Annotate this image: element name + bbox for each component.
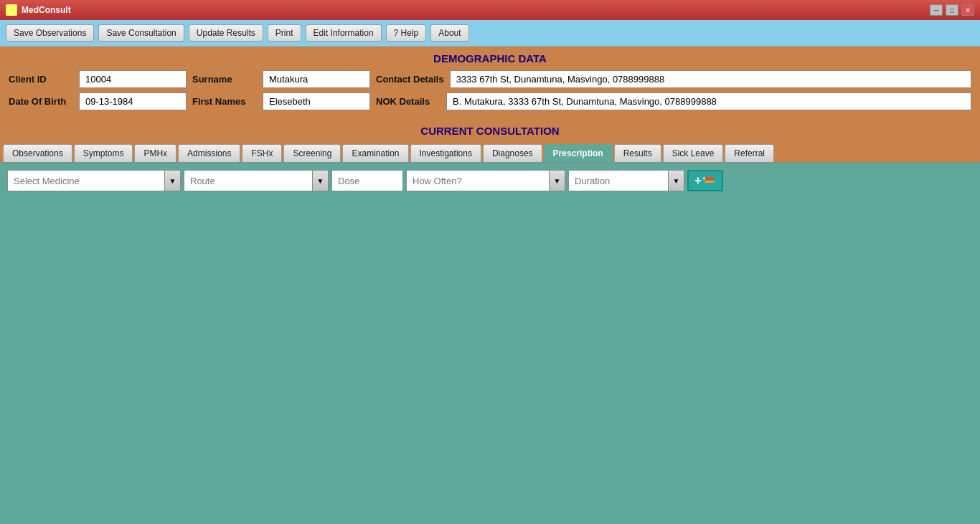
demo-row-1: Client ID 10004 Surname Mutakura Contact…	[9, 70, 971, 88]
route-select-wrapper: ▼	[184, 170, 329, 191]
client-id-label: Client ID	[9, 74, 73, 85]
medicine-dropdown-btn[interactable]: ▼	[165, 170, 181, 191]
medicine-select-wrapper: ▼	[7, 170, 181, 191]
dose-input[interactable]	[331, 170, 403, 191]
maximize-button[interactable]: □	[946, 4, 958, 16]
contact-details-value: 3333 67th St, Dunamtuna, Masvingo, 07889…	[450, 70, 971, 88]
howoften-input[interactable]	[406, 170, 550, 191]
prescription-input-row: ▼ ▼ ▼ ▼ +	[7, 170, 973, 191]
save-consultation-button[interactable]: Save Consultation	[98, 24, 184, 42]
title-bar: MedConsult ─ □ ✕	[0, 0, 980, 20]
window-controls: ─ □ ✕	[930, 4, 974, 16]
consultation-header: CURRENT CONSULTATION	[0, 120, 980, 141]
tab-diagnoses[interactable]: Diagnoses	[483, 144, 542, 162]
svg-rect-0	[705, 177, 715, 180]
tab-admissions[interactable]: Admissions	[178, 144, 240, 162]
tab-symptoms[interactable]: Symptoms	[74, 144, 133, 162]
route-dropdown-btn[interactable]: ▼	[313, 170, 329, 191]
contact-details-label: Contact Details	[376, 74, 444, 85]
pencil-icon	[703, 176, 716, 186]
app-icon	[6, 4, 17, 16]
title-bar-left: MedConsult	[6, 4, 71, 16]
route-input[interactable]	[184, 170, 313, 191]
minimize-button[interactable]: ─	[930, 4, 943, 16]
save-observations-button[interactable]: Save Observations	[6, 24, 94, 42]
duration-select-wrapper: ▼	[568, 170, 684, 191]
tabs-container: Observations Symptoms PMHx Admissions FS…	[0, 141, 980, 163]
tab-referral[interactable]: Referral	[725, 144, 774, 162]
nok-details-value: B. Mutakura, 3333 67th St, Dunamtuna, Ma…	[446, 92, 971, 110]
tab-fshx[interactable]: FSHx	[242, 144, 282, 162]
dose-select-wrapper	[331, 170, 403, 191]
help-button[interactable]: ? Help	[386, 24, 427, 42]
demographic-section: DEMOGRAPHIC DATA Client ID 10004 Surname…	[0, 47, 980, 120]
demo-row-2: Date Of Birth 09-13-1984 First Names Ele…	[9, 92, 971, 110]
print-button[interactable]: Print	[268, 24, 301, 42]
prescription-panel: ▼ ▼ ▼ ▼ +	[0, 163, 980, 477]
svg-rect-1	[705, 181, 713, 183]
close-button[interactable]: ✕	[961, 4, 974, 16]
surname-label: Surname	[192, 74, 257, 85]
about-button[interactable]: About	[430, 24, 468, 42]
svg-marker-2	[713, 181, 715, 183]
howoften-select-wrapper: ▼	[406, 170, 565, 191]
nok-details-label: NOK Details	[376, 96, 440, 107]
client-id-value: 10004	[79, 70, 187, 88]
dob-label: Date Of Birth	[9, 96, 73, 107]
duration-dropdown-btn[interactable]: ▼	[669, 170, 684, 191]
tab-sick-leave[interactable]: Sick Leave	[663, 144, 724, 162]
tab-examination[interactable]: Examination	[342, 144, 408, 162]
surname-value: Mutakura	[263, 70, 370, 88]
toolbar: Save Observations Save Consultation Upda…	[0, 20, 980, 47]
first-names-label: First Names	[192, 96, 257, 107]
tab-pmhx[interactable]: PMHx	[134, 144, 176, 162]
tab-investigations[interactable]: Investigations	[410, 144, 481, 162]
demographic-title: DEMOGRAPHIC DATA	[9, 52, 971, 65]
dob-value: 09-13-1984	[79, 92, 187, 110]
prescription-content-area	[7, 197, 973, 470]
tab-prescription[interactable]: Prescription	[544, 144, 613, 162]
duration-input[interactable]	[568, 170, 669, 191]
edit-information-button[interactable]: Edit Information	[306, 24, 382, 42]
tab-results[interactable]: Results	[614, 144, 661, 162]
update-results-button[interactable]: Update Results	[189, 24, 263, 42]
howoften-dropdown-btn[interactable]: ▼	[550, 170, 565, 191]
first-names-value: Elesebeth	[263, 92, 370, 110]
tab-screening[interactable]: Screening	[283, 144, 341, 162]
consultation-title: CURRENT CONSULTATION	[4, 125, 976, 137]
medicine-input[interactable]	[7, 170, 165, 191]
tab-observations[interactable]: Observations	[3, 144, 72, 162]
app-title: MedConsult	[22, 5, 71, 15]
svg-rect-3	[703, 177, 705, 180]
main-content: DEMOGRAPHIC DATA Client ID 10004 Surname…	[0, 47, 980, 477]
add-prescription-button[interactable]: +	[687, 170, 723, 191]
add-plus-icon: +	[694, 175, 701, 186]
